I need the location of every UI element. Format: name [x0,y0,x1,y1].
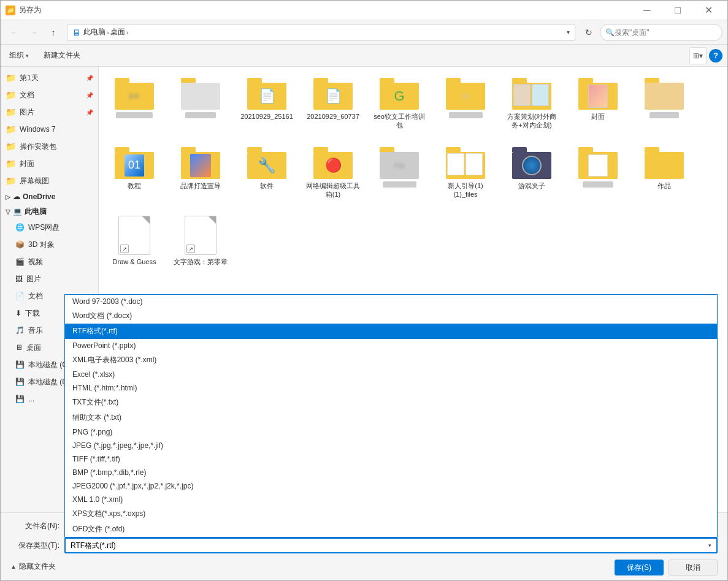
window-title: 另存为 [19,5,41,15]
list-item[interactable]: 📄 20210929_60737 [302,72,364,136]
organize-button[interactable]: 组织 ▾ [6,48,33,64]
list-item[interactable]: 🔴 网络编辑超级工具箱(1) [302,141,364,205]
dropdown-item-rtf[interactable]: RTF格式(*.rtf) [65,324,717,339]
help-button[interactable]: ? [709,49,722,63]
dropdown-item-aux[interactable]: 辅助文本 (*.txt) [65,410,717,425]
organize-dropdown-icon: ▾ [26,53,29,59]
sidebar-item-docs[interactable]: 📁 文档 📌 [1,86,98,104]
sidebar-video[interactable]: 🎬 视频 [1,253,98,270]
list-item[interactable]: 副本 [104,72,165,136]
list-item[interactable]: 新人引导(1)(1)_files [435,141,496,205]
search-input[interactable] [615,28,717,37]
dropdown-item-doc[interactable]: Word 97-2003 (*.doc) [65,295,717,308]
list-item[interactable]: 01 教程 [104,141,165,205]
folder-icon [512,147,551,179]
dropdown-item-ofd[interactable]: OFD文件 (*.ofd) [65,522,717,537]
sidebar-pics[interactable]: 🖼 图片 [1,270,98,287]
dropdown-item-xml2003[interactable]: XML电子表格2003 (*.xml) [65,352,717,368]
dropdown-item-xml10[interactable]: XML 1.0 (*.xml) [65,493,717,506]
up-button[interactable]: ↑ [45,24,62,41]
back-button[interactable]: ← [6,24,23,41]
title-bar-left: 📁 另存为 [6,5,41,15]
list-item[interactable]: 游戏夹子 [501,141,562,205]
images-label: 图片 [20,107,34,118]
address-part-desktop[interactable]: 桌面 [110,27,125,37]
onedrive-label: OneDrive [23,192,55,201]
win7-label: Windows 7 [20,125,56,134]
list-item[interactable]: 📄 20210929_25161 [236,72,297,136]
list-item[interactable]: G seo软文工作培训包 [369,72,430,136]
new-folder-button[interactable]: 新建文件夹 [40,48,84,64]
sidebar-item-win7[interactable]: 📁 Windows 7 [1,121,98,138]
file-label [449,112,483,118]
sidebar-item-cover[interactable]: 📁 封面 [1,155,98,172]
dropdown-item-pptx[interactable]: PowerPoint (*.pptx) [65,339,717,352]
dropdown-item-png[interactable]: PNG (*.png) [65,425,717,439]
folder-icon: 🔴 [313,147,353,179]
dropdown-item-tiff[interactable]: TIFF (*.tiff,*.tif) [65,452,717,466]
dropdown-item-bmp[interactable]: BMP (*.bmp,*.dib,*.rle) [65,466,717,479]
images-pin-icon: 📌 [86,109,93,116]
file-label [185,112,216,118]
list-item[interactable] [170,72,231,136]
list-item[interactable]: img [369,141,430,205]
sidebar-onedrive[interactable]: ▷ ☁ OneDrive [1,189,98,204]
drive-c-icon: 💾 [15,360,25,369]
sidebar-this-pc[interactable]: ▽ 💻 此电脑 [1,204,98,219]
sidebar-wps[interactable]: 🌐 WPS网盘 [1,219,98,236]
filetype-select[interactable]: RTF格式(*.rtf) ▾ [64,537,718,553]
dropdown-item-html[interactable]: HTML (*.htm;*.html) [65,381,717,395]
folder-icon: 🔧 [247,147,286,179]
save-button[interactable]: 保存(S) [615,560,664,575]
list-item[interactable] [567,141,629,205]
title-bar-controls: ─ □ ✕ [633,1,722,20]
dropdown-item-xps[interactable]: XPS文档(*.xps,*.oxps) [65,506,717,522]
3d-icon: 📦 [15,240,25,249]
sidebar-item-images[interactable]: 📁 图片 📌 [1,104,98,121]
list-item[interactable]: 方案策划(对外商务+对内企划) [501,72,562,136]
dropdown-item-jp2[interactable]: JPEG2000 (*.jpf,*.jpx,*.jp2,*.j2k,*.jpc) [65,479,717,493]
filetype-dropdown-container: RTF格式(*.rtf) ▾ Word 97-2003 (*.doc) Word… [64,537,718,553]
file-label [583,181,613,188]
address-part-pc[interactable]: 此电脑 [83,27,105,37]
list-item[interactable]: doc [435,72,496,136]
drive-more-label: ... [28,395,34,403]
sidebar-item-day1[interactable]: 📁 第1天 📌 [1,69,98,86]
address-bar[interactable]: 🖥 此电脑 › 桌面 › ▾ [67,24,575,41]
filetype-current-value: RTF格式(*.rtf) [71,541,708,551]
wps-label: WPS网盘 [28,222,59,233]
file-label: 封面 [591,112,605,121]
maximize-button[interactable]: □ [664,1,692,20]
dropdown-item-txt[interactable]: TXT文件(*.txt) [65,395,717,410]
folder-icon [645,78,684,110]
sidebar-item-install[interactable]: 📁 操作安装包 [1,138,98,155]
list-item[interactable]: 🔧 软件 [236,141,297,205]
view-toggle-button[interactable]: ⊞▾ [689,47,707,64]
minimize-button[interactable]: ─ [633,1,661,20]
cancel-button[interactable]: 取消 [669,560,718,575]
list-item[interactable]: 品牌打造宣导 [170,141,231,205]
dropdown-item-docx[interactable]: Word文档 (*.docx) [65,308,717,324]
sidebar-item-screenshot[interactable]: 📁 屏幕截图 [1,172,98,189]
search-bar[interactable]: 🔍 [600,24,722,41]
file-label: 游戏夹子 [518,181,545,190]
list-item[interactable] [634,72,695,136]
file-label: 文字游戏：第零章 [174,257,228,266]
desktop-icon: 🖥 [15,343,23,352]
folder-icon [512,78,551,110]
install-icon: 📁 [6,142,16,151]
refresh-button[interactable]: ↻ [580,24,597,41]
forward-button[interactable]: → [25,24,42,41]
address-dropdown-icon[interactable]: ▾ [567,29,570,36]
filetype-dropdown-menu: Word 97-2003 (*.doc) Word文档 (*.docx) RTF… [64,294,718,537]
list-item[interactable]: 作品 [634,141,695,205]
hidden-folder-expand-icon[interactable]: ▲ [10,563,17,570]
list-item[interactable]: 封面 [567,72,629,136]
close-button[interactable]: ✕ [694,1,722,20]
sidebar-3d[interactable]: 📦 3D 对象 [1,236,98,253]
list-item[interactable]: ↗ Draw & Guess [104,210,165,272]
bottom-actions: 保存(S) 取消 [615,560,718,575]
dropdown-item-jpg[interactable]: JPEG (*.jpg,*.jpeg,*.jpe,*.jif) [65,439,717,452]
dropdown-item-xlsx[interactable]: Excel (*.xlsx) [65,368,717,381]
list-item[interactable]: ↗ 文字游戏：第零章 [170,210,231,272]
